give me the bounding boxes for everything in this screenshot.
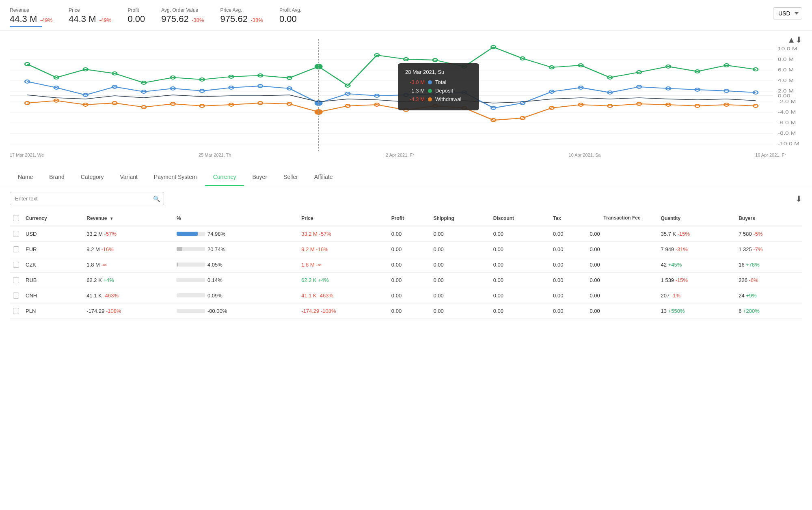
th-transaction-fee: Transaction Fee bbox=[587, 211, 658, 226]
metric-profit-avg-value: 0.00 bbox=[279, 14, 297, 24]
table-header-row: Currency Revenue ▼ % Price Profit Shippi… bbox=[10, 211, 802, 226]
search-input[interactable] bbox=[10, 192, 164, 205]
svg-text:-6.0 M: -6.0 M bbox=[778, 120, 796, 125]
row-profit: 0.00 bbox=[388, 303, 430, 318]
svg-text:2.0 M: 2.0 M bbox=[778, 88, 794, 93]
svg-text:-8.0 M: -8.0 M bbox=[778, 131, 796, 136]
row-percent: -00.00% bbox=[173, 303, 298, 318]
tab-affiliate[interactable]: Affiliate bbox=[306, 169, 341, 186]
row-checkbox-cell[interactable] bbox=[10, 288, 22, 303]
tab-buyer[interactable]: Buyer bbox=[244, 169, 275, 186]
th-currency: Currency bbox=[22, 211, 83, 226]
row-checkbox[interactable] bbox=[13, 246, 19, 252]
row-checkbox-cell[interactable] bbox=[10, 241, 22, 257]
currency-selector[interactable]: USD EUR GBP CZK RUB bbox=[773, 7, 802, 19]
row-currency: CZK bbox=[22, 257, 83, 272]
row-checkbox-cell[interactable] bbox=[10, 226, 22, 242]
th-select-all[interactable] bbox=[10, 211, 22, 226]
row-profit: 0.00 bbox=[388, 241, 430, 257]
svg-text:4.0 M: 4.0 M bbox=[778, 78, 794, 83]
th-percent: % bbox=[173, 211, 298, 226]
tab-seller[interactable]: Seller bbox=[275, 169, 306, 186]
row-profit: 0.00 bbox=[388, 272, 430, 288]
row-checkbox[interactable] bbox=[13, 231, 19, 237]
tab-variant[interactable]: Variant bbox=[112, 169, 146, 186]
row-checkbox[interactable] bbox=[13, 293, 19, 299]
bar-bg bbox=[177, 278, 205, 282]
tabs: Name Brand Category Variant Payment Syst… bbox=[10, 169, 802, 186]
metric-price-avg-value: 975.62 bbox=[220, 14, 248, 24]
row-tax: 0.00 bbox=[550, 288, 586, 303]
tab-brand[interactable]: Brand bbox=[41, 169, 72, 186]
row-revenue: 41.1 K -463% bbox=[83, 288, 173, 303]
row-checkbox-cell[interactable] bbox=[10, 272, 22, 288]
bar-bg bbox=[177, 293, 205, 297]
row-transaction-fee: 0.00 bbox=[587, 241, 658, 257]
row-checkbox[interactable] bbox=[13, 262, 19, 268]
row-percent: 74.98% bbox=[173, 226, 298, 242]
bar-bg bbox=[177, 263, 205, 267]
metric-avg-order-value: 975.62 bbox=[161, 14, 188, 24]
row-checkbox-cell[interactable] bbox=[10, 257, 22, 272]
currency-select[interactable]: USD EUR GBP CZK RUB bbox=[773, 7, 802, 19]
row-profit: 0.00 bbox=[388, 226, 430, 242]
row-revenue: 1.8 M -∞ bbox=[83, 257, 173, 272]
tab-name[interactable]: Name bbox=[10, 169, 41, 186]
metric-revenue-change: -49% bbox=[40, 17, 52, 23]
row-currency: CNH bbox=[22, 288, 83, 303]
row-revenue: -174.29 -108% bbox=[83, 303, 173, 318]
metric-price-change: -49% bbox=[99, 17, 111, 23]
row-transaction-fee: 0.00 bbox=[587, 257, 658, 272]
row-buyers: 7 580 -5% bbox=[735, 226, 802, 242]
table-row: USD 33.2 M -57% 74.98% 33.2 M -57% 0.00 … bbox=[10, 226, 802, 242]
row-transaction-fee: 0.00 bbox=[587, 226, 658, 242]
metric-avg-order: Avg. Order Value 975.62 -38% bbox=[161, 7, 204, 24]
th-price: Price bbox=[298, 211, 388, 226]
metric-price-value: 44.3 M bbox=[69, 14, 96, 24]
row-profit: 0.00 bbox=[388, 257, 430, 272]
metric-profit-avg: Profit Avg. 0.00 bbox=[279, 7, 301, 24]
row-quantity: 7 949 -31% bbox=[658, 241, 736, 257]
search-bar: 🔍 ⬇ bbox=[0, 186, 812, 211]
row-tax: 0.00 bbox=[550, 226, 586, 242]
row-discount: 0.00 bbox=[490, 288, 550, 303]
select-all-checkbox[interactable] bbox=[13, 215, 19, 221]
metric-revenue: Revenue 44.3 M -49% bbox=[10, 7, 52, 27]
th-buyers: Buyers bbox=[735, 211, 802, 226]
row-checkbox[interactable] bbox=[13, 277, 19, 283]
row-price: 9.2 M -16% bbox=[298, 241, 388, 257]
tab-category[interactable]: Category bbox=[73, 169, 112, 186]
row-percent: 4.05% bbox=[173, 257, 298, 272]
metric-avg-order-change: -38% bbox=[192, 17, 204, 23]
bar-bg bbox=[177, 232, 205, 236]
tab-currency[interactable]: Currency bbox=[205, 169, 244, 186]
svg-text:8.0 M: 8.0 M bbox=[778, 57, 794, 62]
metric-profit-value: 0.00 bbox=[128, 14, 145, 24]
row-revenue: 33.2 M -57% bbox=[83, 226, 173, 242]
metric-profit-label: Profit bbox=[128, 7, 145, 13]
row-quantity: 35.7 K -15% bbox=[658, 226, 736, 242]
th-quantity: Quantity bbox=[658, 211, 736, 226]
search-download-button[interactable]: ⬇ bbox=[795, 194, 802, 204]
x-label-3: 10 Apr 2021, Sa bbox=[569, 153, 601, 157]
row-currency: USD bbox=[22, 226, 83, 242]
metric-revenue-label: Revenue bbox=[10, 7, 52, 13]
row-shipping: 0.00 bbox=[430, 257, 490, 272]
row-quantity: 207 -1% bbox=[658, 288, 736, 303]
tab-payment-system[interactable]: Payment System bbox=[146, 169, 205, 186]
row-shipping: 0.00 bbox=[430, 272, 490, 288]
row-shipping: 0.00 bbox=[430, 303, 490, 318]
row-price: 41.1 K -463% bbox=[298, 288, 388, 303]
metric-revenue-value: 44.3 M bbox=[10, 14, 37, 24]
row-checkbox-cell[interactable] bbox=[10, 303, 22, 318]
row-shipping: 0.00 bbox=[430, 241, 490, 257]
row-profit: 0.00 bbox=[388, 288, 430, 303]
th-revenue[interactable]: Revenue ▼ bbox=[83, 211, 173, 226]
row-percent: 20.74% bbox=[173, 241, 298, 257]
bar-bg bbox=[177, 247, 205, 251]
table-row: RUB 62.2 K +4% 0.14% 62.2 K +4% 0.00 0.0… bbox=[10, 272, 802, 288]
row-shipping: 0.00 bbox=[430, 288, 490, 303]
th-shipping: Shipping bbox=[430, 211, 490, 226]
row-price: 1.8 M -∞ bbox=[298, 257, 388, 272]
row-checkbox[interactable] bbox=[13, 308, 19, 314]
